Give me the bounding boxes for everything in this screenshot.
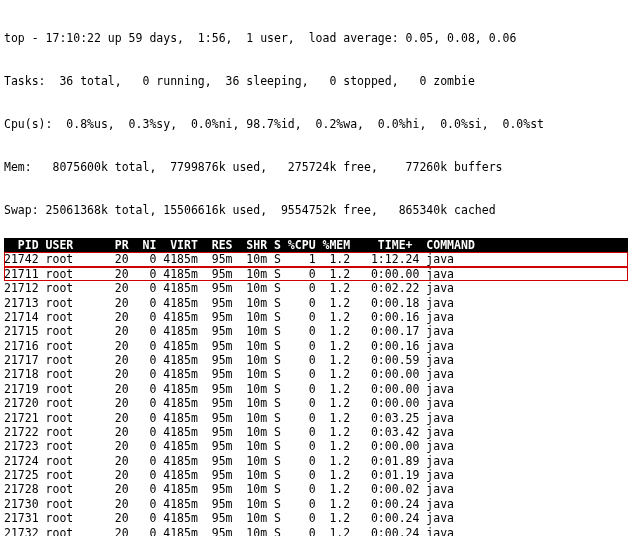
- process-row: 21718 root 20 0 4185m 95m 10m S 0 1.2 0:…: [4, 367, 628, 381]
- summary-mem: Mem: 8075600k total, 7799876k used, 2757…: [4, 160, 628, 174]
- process-row: 21717 root 20 0 4185m 95m 10m S 0 1.2 0:…: [4, 353, 628, 367]
- process-row: 21719 root 20 0 4185m 95m 10m S 0 1.2 0:…: [4, 382, 628, 396]
- summary-swap: Swap: 25061368k total, 15506616k used, 9…: [4, 203, 628, 217]
- process-row: 21725 root 20 0 4185m 95m 10m S 0 1.2 0:…: [4, 468, 628, 482]
- process-row: 21723 root 20 0 4185m 95m 10m S 0 1.2 0:…: [4, 439, 628, 453]
- summary-tasks: Tasks: 36 total, 0 running, 36 sleeping,…: [4, 74, 628, 88]
- process-row: 21711 root 20 0 4185m 95m 10m S 0 1.2 0:…: [4, 267, 628, 281]
- process-row: 21730 root 20 0 4185m 95m 10m S 0 1.2 0:…: [4, 497, 628, 511]
- top-summary: top - 17:10:22 up 59 days, 1:56, 1 user,…: [4, 2, 628, 232]
- process-table: 21742 root 20 0 4185m 95m 10m S 1 1.2 1:…: [4, 252, 628, 536]
- process-row: 21731 root 20 0 4185m 95m 10m S 0 1.2 0:…: [4, 511, 628, 525]
- process-row: 21716 root 20 0 4185m 95m 10m S 0 1.2 0:…: [4, 339, 628, 353]
- process-row: 21714 root 20 0 4185m 95m 10m S 0 1.2 0:…: [4, 310, 628, 324]
- column-headers: PID USER PR NI VIRT RES SHR S %CPU %MEM …: [4, 238, 628, 252]
- process-row: 21712 root 20 0 4185m 95m 10m S 0 1.2 0:…: [4, 281, 628, 295]
- process-row: 21742 root 20 0 4185m 95m 10m S 1 1.2 1:…: [4, 252, 628, 266]
- process-row: 21715 root 20 0 4185m 95m 10m S 0 1.2 0:…: [4, 324, 628, 338]
- process-row: 21724 root 20 0 4185m 95m 10m S 0 1.2 0:…: [4, 454, 628, 468]
- process-row: 21721 root 20 0 4185m 95m 10m S 0 1.2 0:…: [4, 411, 628, 425]
- process-row: 21732 root 20 0 4185m 95m 10m S 0 1.2 0:…: [4, 526, 628, 537]
- process-row: 21720 root 20 0 4185m 95m 10m S 0 1.2 0:…: [4, 396, 628, 410]
- summary-cpu: Cpu(s): 0.8%us, 0.3%sy, 0.0%ni, 98.7%id,…: [4, 117, 628, 131]
- summary-uptime: top - 17:10:22 up 59 days, 1:56, 1 user,…: [4, 31, 628, 45]
- process-row: 21722 root 20 0 4185m 95m 10m S 0 1.2 0:…: [4, 425, 628, 439]
- process-row: 21728 root 20 0 4185m 95m 10m S 0 1.2 0:…: [4, 482, 628, 496]
- process-row: 21713 root 20 0 4185m 95m 10m S 0 1.2 0:…: [4, 296, 628, 310]
